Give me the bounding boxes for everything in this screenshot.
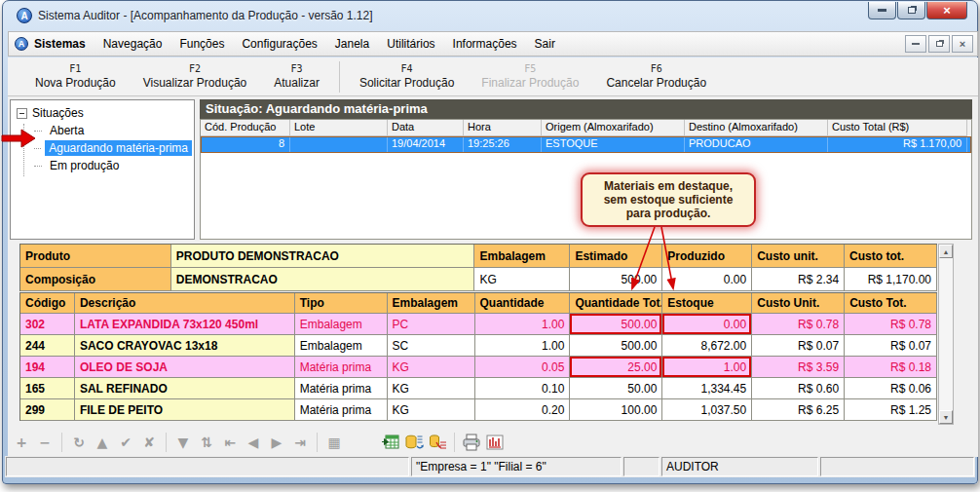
mdi-restore-button[interactable] bbox=[928, 35, 950, 53]
menu-funcoes[interactable]: Funções bbox=[170, 33, 233, 55]
up-icon[interactable]: ▲ bbox=[91, 432, 114, 453]
mdi-child-icon[interactable]: A bbox=[15, 37, 28, 51]
table-scrollbar[interactable]: ▲ ▼ bbox=[938, 244, 954, 425]
cancel-icon[interactable]: ✘ bbox=[137, 432, 161, 453]
cell-custo-unit: R$ 6.25 bbox=[752, 399, 845, 421]
add-icon[interactable]: + bbox=[10, 432, 33, 453]
production-row-selected[interactable]: 8 19/04/2014 19:25:26 ESTOQUE PRODUCAO R… bbox=[201, 136, 971, 153]
tree-item-label: Aberta bbox=[46, 123, 88, 138]
cancelar-producao-button[interactable]: F6 Cancelar Produção bbox=[592, 59, 720, 95]
status-bar: "Empresa = 1" "Filial = 6" AUDITOR bbox=[5, 456, 975, 477]
menu-sistemas[interactable]: Sistemas bbox=[28, 33, 94, 55]
col-estoque[interactable]: Estoque bbox=[662, 293, 752, 314]
export-grid-icon[interactable] bbox=[379, 432, 402, 453]
col-origem[interactable]: Origem (Almoxarifado) bbox=[542, 120, 685, 136]
print-icon[interactable] bbox=[460, 432, 483, 453]
status-context: "Empresa = 1" "Filial = 6" bbox=[411, 457, 622, 476]
col-descricao[interactable]: Descrição bbox=[75, 293, 295, 314]
produto-value: PRODUTO DEMONSTRACAO bbox=[171, 245, 475, 268]
col-codigo[interactable]: Código bbox=[20, 293, 75, 314]
f1-key-label: F1 bbox=[69, 63, 81, 74]
value-custo-tot: R$ 1,170.00 bbox=[845, 268, 937, 291]
tree-item-label: Aguardando matéria-prima bbox=[45, 140, 192, 156]
col-embalagem[interactable]: Embalagem bbox=[388, 293, 475, 314]
toolbar-separator bbox=[339, 61, 340, 93]
table-row-194[interactable]: 194 OLEO DE SOJA Matéria prima KG 0.05 2… bbox=[20, 357, 937, 378]
function-toolbar: F1 Nova Produção F2 Visualizar Produção … bbox=[8, 57, 978, 96]
col-lote[interactable]: Lote bbox=[290, 120, 388, 136]
cell-cod-producao: 8 bbox=[201, 136, 290, 153]
tree-root-situacoes[interactable]: Situações bbox=[13, 104, 192, 122]
refresh-icon[interactable]: ↻ bbox=[67, 432, 91, 453]
database-export-icon[interactable] bbox=[426, 432, 449, 453]
col-quantidade[interactable]: Quantidade bbox=[475, 293, 571, 314]
f2-key-label: F2 bbox=[189, 63, 201, 74]
menu-configuracoes[interactable]: Configurações bbox=[233, 33, 325, 55]
tree-item-label: Em produção bbox=[46, 158, 123, 173]
first-record-icon[interactable]: ⇤ bbox=[218, 432, 242, 453]
cell-custo-tot: R$ 0.07 bbox=[845, 335, 937, 357]
last-record-icon[interactable]: ⇥ bbox=[288, 432, 312, 453]
col-destino[interactable]: Destino (Almoxarifado) bbox=[685, 120, 828, 136]
collapse-icon[interactable] bbox=[17, 108, 27, 119]
toolbar-separator bbox=[166, 433, 167, 452]
col-custo-tot[interactable]: Custo Tot. bbox=[845, 293, 937, 314]
chart-icon[interactable] bbox=[483, 432, 507, 453]
atualizar-button[interactable]: F3 Atualizar bbox=[260, 59, 333, 95]
mdi-minimize-icon bbox=[912, 43, 920, 45]
cell-estoque: 8,672.00 bbox=[662, 335, 752, 357]
cell-custo-tot: R$ 1.25 bbox=[845, 399, 937, 421]
col-embalagem: Embalagem bbox=[474, 245, 570, 268]
grid-notes-icon[interactable]: ▦ bbox=[322, 432, 346, 453]
confirm-icon[interactable]: ✔ bbox=[114, 432, 137, 453]
value-embalagem: KG bbox=[474, 268, 570, 291]
close-button[interactable]: × bbox=[926, 2, 967, 19]
scroll-up-icon[interactable]: ▲ bbox=[939, 245, 953, 258]
value-custo-unit: R$ 2.34 bbox=[752, 268, 845, 291]
tree-item-aguardando-materia-prima[interactable]: Aguardando matéria-prima bbox=[34, 139, 192, 157]
tree-item-em-producao[interactable]: Em produção bbox=[34, 157, 192, 174]
scroll-down-icon[interactable]: ▼ bbox=[939, 410, 953, 424]
remove-icon[interactable]: − bbox=[33, 432, 57, 453]
sort-icon[interactable]: ⇅ bbox=[195, 432, 218, 453]
col-cod-producao[interactable]: Cód. Produção bbox=[201, 120, 290, 136]
filter-icon[interactable]: ▼ bbox=[171, 432, 195, 453]
mdi-minimize-button[interactable] bbox=[905, 35, 926, 53]
menu-navegacao[interactable]: Navegação bbox=[94, 33, 171, 55]
col-custo-unit[interactable]: Custo Unit. bbox=[752, 293, 845, 314]
restore-button[interactable] bbox=[897, 2, 925, 19]
cell-custo-unit: R$ 0.78 bbox=[752, 314, 845, 335]
cell-data: 19/04/2014 bbox=[388, 136, 464, 153]
materials-table: Código Descrição Tipo Embalagem Quantida… bbox=[19, 292, 937, 421]
col-custo-total[interactable]: Custo Total (R$) bbox=[828, 120, 967, 136]
col-estimado: Estimado bbox=[570, 245, 662, 268]
visualizar-producao-button[interactable]: F2 Visualizar Produção bbox=[130, 59, 261, 95]
col-hora[interactable]: Hora bbox=[464, 120, 542, 136]
menu-informacoes[interactable]: Informações bbox=[444, 33, 526, 55]
col-tipo[interactable]: Tipo bbox=[295, 293, 388, 314]
app-logo-icon: A bbox=[17, 8, 32, 23]
menu-utilitarios[interactable]: Utilitários bbox=[378, 33, 443, 55]
cell-destino: PRODUCAO bbox=[685, 136, 828, 153]
table-row-165[interactable]: 165 SAL REFINADO Matéria prima KG 0.10 5… bbox=[20, 378, 937, 399]
nova-producao-button[interactable]: F1 Nova Produção bbox=[21, 59, 130, 95]
database-refresh-icon[interactable] bbox=[402, 432, 426, 453]
mdi-restore-icon bbox=[936, 41, 943, 47]
col-custo-unit: Custo unit. bbox=[752, 245, 845, 268]
col-data[interactable]: Data bbox=[388, 120, 464, 136]
mdi-close-button[interactable]: × bbox=[952, 35, 973, 53]
menu-janela[interactable]: Janela bbox=[326, 33, 378, 55]
cell-lote bbox=[290, 136, 388, 153]
tree-item-aberta[interactable]: Aberta bbox=[34, 122, 192, 139]
table-row-244[interactable]: 244 SACO CRAYOVAC 13x18 Embalagem SC 1.0… bbox=[20, 335, 937, 357]
prev-record-icon[interactable]: ◀ bbox=[242, 432, 265, 453]
table-row-302[interactable]: 302 LATA EXPANDIDA 73x120 450ml Embalage… bbox=[20, 314, 937, 335]
solicitar-producao-button[interactable]: F4 Solicitar Produção bbox=[346, 59, 468, 95]
cell-quantidade-tot-alert: 25.00 bbox=[570, 357, 662, 378]
table-row-299[interactable]: 299 FILE DE PEITO Matéria prima KG 0.20 … bbox=[20, 399, 937, 421]
menu-sair[interactable]: Sair bbox=[526, 33, 564, 55]
cell-quantidade-tot-alert: 500.00 bbox=[570, 314, 662, 335]
minimize-button[interactable] bbox=[868, 2, 896, 19]
col-quantidade-tot[interactable]: Quantidade Tot. bbox=[570, 293, 662, 314]
next-record-icon[interactable]: ▶ bbox=[265, 432, 288, 453]
